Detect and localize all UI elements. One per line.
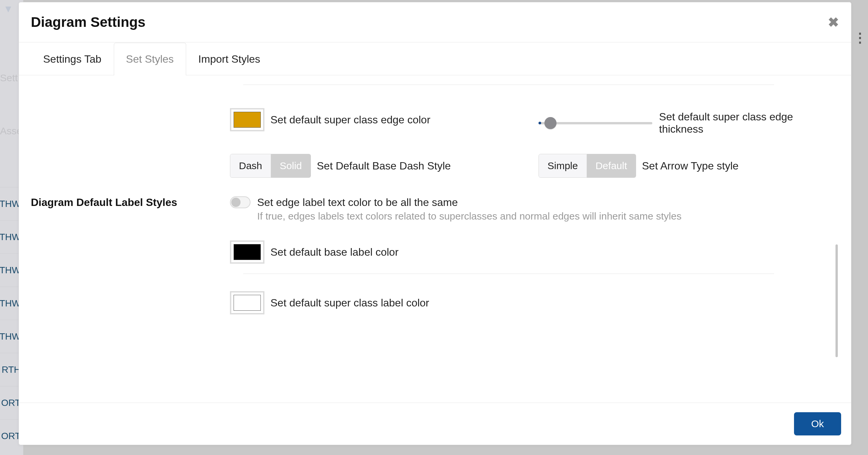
base-label-color-swatch	[234, 244, 261, 260]
toggle-knob	[231, 198, 241, 207]
superclass-edge-color-picker[interactable]	[230, 108, 265, 131]
tab-settings-tab[interactable]: Settings Tab	[31, 43, 114, 75]
base-label-color-group: Set default base label color	[230, 240, 827, 264]
row-superclass-edge: Set default super class edge color Set d…	[230, 108, 827, 135]
row-dash-arrow: Dash Solid Set Default Base Dash Style S…	[230, 154, 827, 178]
tab-import-styles[interactable]: Import Styles	[186, 43, 273, 75]
arrow-type-segmented: Simple Default	[538, 154, 636, 178]
edge-label-toggle-title: Set edge label text color to be all the …	[257, 196, 682, 208]
superclass-label-color-swatch	[234, 295, 261, 311]
superclass-label-color-picker[interactable]	[230, 291, 265, 314]
modal-footer: Ok	[19, 402, 851, 445]
dash-style-segmented: Dash Solid	[230, 154, 311, 178]
slider-min-dot	[538, 122, 541, 124]
edge-label-same-color-toggle[interactable]	[230, 196, 250, 208]
superclass-edge-color-swatch	[234, 112, 261, 128]
arrow-type-label: Set Arrow Type style	[642, 160, 739, 172]
ok-button[interactable]: Ok	[794, 412, 841, 435]
arrow-option-default[interactable]: Default	[587, 154, 636, 178]
tab-set-styles[interactable]: Set Styles	[114, 43, 186, 75]
superclass-edge-color-label: Set default super class edge color	[271, 114, 430, 126]
dash-style-group: Dash Solid Set Default Base Dash Style	[230, 154, 519, 178]
arrow-option-simple[interactable]: Simple	[538, 154, 587, 178]
edge-label-toggle-help: If true, edges labels text colors relate…	[257, 210, 682, 222]
superclass-label-color-group: Set default super class label color	[230, 291, 827, 314]
label-styles-heading: Diagram Default Label Styles	[31, 196, 217, 208]
arrow-type-group: Simple Default Set Arrow Type style	[538, 154, 827, 178]
bg-kebab-icon: ⋮	[854, 30, 867, 45]
modal-tabs: Settings Tab Set Styles Import Styles	[19, 42, 851, 75]
section-divider	[243, 85, 774, 85]
close-icon[interactable]: ✖	[828, 15, 839, 29]
dash-option-solid[interactable]: Solid	[271, 154, 311, 178]
superclass-edge-thickness-label: Set default super class edge thickness	[659, 111, 827, 135]
row-superclass-label-color: Set default super class label color	[230, 291, 827, 314]
superclass-edge-thickness-slider[interactable]	[538, 117, 652, 130]
row-base-label-color: Set default base label color	[230, 240, 827, 264]
superclass-label-color-label: Set default super class label color	[271, 297, 429, 309]
dash-option-dash[interactable]: Dash	[230, 154, 271, 178]
modal-body: Set default super class edge color Set d…	[19, 75, 851, 402]
slider-thumb[interactable]	[545, 117, 556, 129]
section-divider	[243, 273, 774, 274]
modal-title: Diagram Settings	[31, 14, 145, 30]
base-label-color-picker[interactable]	[230, 240, 265, 264]
superclass-edge-color-group: Set default super class edge color	[230, 108, 519, 131]
row-label-styles-toggle: Diagram Default Label Styles Set edge la…	[31, 196, 827, 222]
modal-header: Diagram Settings ✖	[19, 2, 851, 42]
dash-style-label: Set Default Base Dash Style	[317, 160, 451, 172]
scrollbar[interactable]	[835, 245, 838, 357]
diagram-settings-modal: Diagram Settings ✖ Settings Tab Set Styl…	[19, 2, 851, 445]
base-label-color-label: Set default base label color	[271, 246, 399, 258]
superclass-edge-thickness-group: Set default super class edge thickness	[538, 108, 827, 135]
